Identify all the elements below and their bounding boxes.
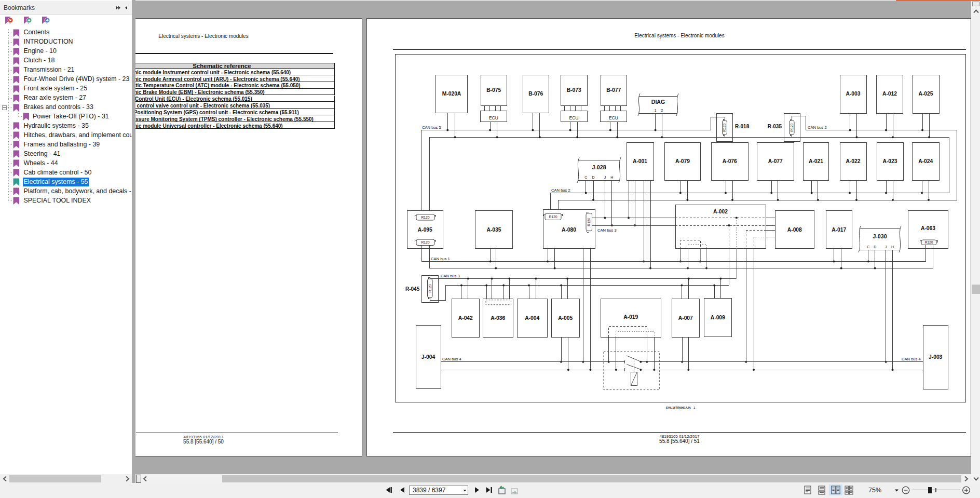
svg-text:A-024: A-024 — [918, 158, 933, 164]
svg-text:H: H — [610, 176, 613, 179]
svg-text:A-042: A-042 — [458, 315, 473, 321]
svg-text:R120: R120 — [421, 240, 429, 244]
svg-text:J: J — [604, 176, 606, 179]
svg-text:2: 2 — [661, 109, 663, 112]
svg-text:A-004: A-004 — [525, 315, 539, 321]
svg-text:A-063: A-063 — [921, 225, 935, 231]
svg-text:A-036: A-036 — [491, 315, 505, 321]
svg-text:A-001: A-001 — [633, 158, 647, 164]
svg-text:R-018: R-018 — [735, 124, 750, 129]
svg-text:A-023: A-023 — [882, 158, 897, 164]
svg-text:A-009: A-009 — [711, 315, 725, 320]
svg-text:B-073: B-073 — [567, 87, 581, 93]
svg-text:SVIL16TR00614JA: SVIL16TR00614JA — [666, 406, 691, 409]
svg-text:J: J — [885, 245, 887, 249]
svg-text:CAN bus 3: CAN bus 3 — [597, 228, 617, 233]
svg-text:ECU: ECU — [489, 115, 498, 120]
svg-text:J-004: J-004 — [421, 354, 435, 360]
svg-text:CAN bus 5: CAN bus 5 — [422, 125, 441, 130]
svg-text:R120: R120 — [587, 218, 591, 226]
svg-text:J-028: J-028 — [592, 164, 606, 170]
svg-text:A-077: A-077 — [768, 158, 783, 164]
svg-text:A-003: A-003 — [846, 91, 860, 97]
svg-text:R-045: R-045 — [405, 286, 420, 292]
svg-text:A-079: A-079 — [675, 158, 690, 164]
svg-text:DIAG: DIAG — [651, 99, 665, 105]
svg-text:D: D — [874, 245, 876, 249]
svg-text:C: C — [584, 176, 587, 179]
svg-text:CAN bus 1: CAN bus 1 — [431, 257, 450, 261]
svg-text:A-022: A-022 — [846, 158, 860, 164]
svg-text:A-002: A-002 — [713, 209, 728, 214]
svg-text:R120: R120 — [723, 123, 726, 131]
svg-text:H: H — [891, 245, 894, 249]
svg-text:R120: R120 — [924, 240, 933, 244]
svg-text:CAN bus 2: CAN bus 2 — [551, 188, 570, 193]
svg-text:CAN bus 4: CAN bus 4 — [442, 357, 461, 361]
svg-text:J-003: J-003 — [929, 354, 943, 360]
svg-text:A-076: A-076 — [723, 158, 737, 164]
svg-text:A-017: A-017 — [832, 227, 846, 233]
svg-text:1: 1 — [655, 109, 657, 112]
svg-text:CAN bus 2: CAN bus 2 — [808, 125, 827, 130]
svg-text:ECU: ECU — [569, 115, 579, 120]
svg-text:A-095: A-095 — [418, 227, 432, 233]
svg-text:R120: R120 — [549, 215, 557, 219]
svg-text:A-035: A-035 — [486, 227, 501, 233]
svg-text:A-007: A-007 — [678, 315, 693, 321]
svg-text:B-075: B-075 — [486, 87, 501, 93]
svg-text:A-012: A-012 — [882, 91, 897, 97]
svg-text:CAN bus 4: CAN bus 4 — [902, 357, 921, 361]
svg-text:J-030: J-030 — [873, 233, 887, 239]
svg-text:A-021: A-021 — [809, 158, 823, 164]
svg-text:A-008: A-008 — [787, 227, 802, 233]
svg-text:CAN bus 3: CAN bus 3 — [441, 274, 460, 278]
svg-text:C: C — [867, 245, 869, 249]
svg-text:A-080: A-080 — [562, 227, 576, 233]
svg-text:A-005: A-005 — [558, 315, 573, 321]
svg-text:1: 1 — [693, 406, 696, 409]
svg-text:R120: R120 — [421, 216, 429, 219]
svg-text:R120: R120 — [790, 123, 794, 131]
svg-text:B-077: B-077 — [606, 87, 621, 93]
svg-text:B-076: B-076 — [528, 91, 543, 97]
svg-text:A-025: A-025 — [918, 91, 933, 97]
svg-text:A-019: A-019 — [623, 314, 638, 320]
svg-text:D: D — [592, 176, 594, 179]
svg-text:R120: R120 — [428, 284, 432, 292]
svg-text:R-035: R-035 — [768, 124, 782, 129]
svg-text:M-020A: M-020A — [442, 91, 461, 97]
svg-text:ECU: ECU — [609, 115, 618, 120]
